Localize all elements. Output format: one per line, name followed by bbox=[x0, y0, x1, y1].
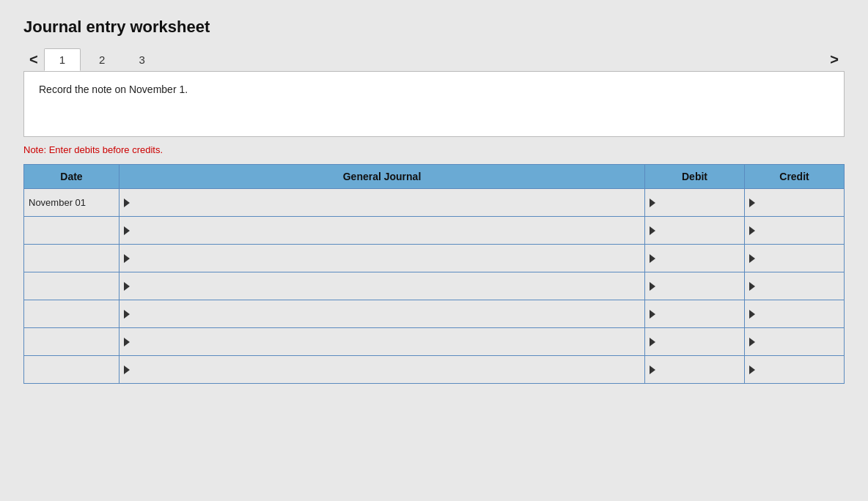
cell-arrow-icon bbox=[749, 338, 755, 346]
cell-journal[interactable] bbox=[119, 272, 645, 300]
table-row bbox=[24, 217, 845, 245]
cell-debit[interactable] bbox=[645, 189, 745, 217]
cell-arrow-icon bbox=[124, 310, 130, 319]
cell-date[interactable] bbox=[24, 272, 119, 300]
cell-journal[interactable] bbox=[119, 245, 645, 272]
header-credit: Credit bbox=[745, 165, 845, 189]
prev-arrow[interactable]: < bbox=[23, 48, 44, 71]
cell-debit[interactable] bbox=[645, 217, 745, 245]
header-date: Date bbox=[24, 165, 119, 189]
cell-arrow-icon bbox=[650, 365, 655, 374]
tab-2[interactable]: 2 bbox=[84, 48, 120, 71]
cell-debit[interactable] bbox=[645, 272, 745, 300]
cell-credit[interactable] bbox=[745, 272, 845, 300]
cell-credit[interactable] bbox=[745, 356, 845, 384]
cell-date[interactable] bbox=[24, 356, 119, 384]
cell-arrow-icon bbox=[749, 282, 755, 291]
cell-arrow-icon bbox=[650, 198, 655, 207]
journal-table: Date General Journal Debit Credit Novemb… bbox=[23, 164, 845, 384]
header-general-journal: General Journal bbox=[119, 165, 645, 189]
page-title: Journal entry worksheet bbox=[23, 18, 845, 37]
cell-arrow-icon bbox=[124, 282, 130, 291]
cell-debit[interactable] bbox=[645, 328, 745, 356]
cell-arrow-icon bbox=[749, 365, 755, 374]
cell-arrow-icon bbox=[650, 254, 655, 263]
cell-credit[interactable] bbox=[745, 245, 845, 272]
cell-date[interactable] bbox=[24, 217, 119, 245]
content-area: Record the note on November 1. bbox=[23, 71, 845, 137]
cell-arrow-icon bbox=[124, 254, 130, 263]
table-row bbox=[24, 328, 845, 356]
tabs-nav: < 1 2 3 > bbox=[23, 48, 845, 71]
cell-journal[interactable] bbox=[119, 328, 645, 356]
cell-arrow-icon bbox=[650, 226, 655, 235]
cell-debit[interactable] bbox=[645, 245, 745, 272]
cell-arrow-icon bbox=[749, 254, 755, 263]
tab-1[interactable]: 1 bbox=[44, 48, 81, 71]
cell-arrow-icon bbox=[124, 338, 130, 346]
cell-credit[interactable] bbox=[745, 328, 845, 356]
next-arrow[interactable]: > bbox=[824, 48, 845, 71]
cell-arrow-icon bbox=[749, 198, 755, 207]
cell-arrow-icon bbox=[650, 338, 655, 346]
cell-debit[interactable] bbox=[645, 300, 745, 328]
tab-3[interactable]: 3 bbox=[123, 48, 160, 71]
table-row: November 01 bbox=[24, 189, 845, 217]
cell-journal[interactable] bbox=[119, 356, 645, 384]
table-row bbox=[24, 245, 845, 272]
cell-debit[interactable] bbox=[645, 356, 745, 384]
instruction-text: Record the note on November 1. bbox=[39, 84, 829, 95]
cell-credit[interactable] bbox=[745, 300, 845, 328]
cell-credit[interactable] bbox=[745, 189, 845, 217]
table-row bbox=[24, 356, 845, 384]
cell-arrow-icon bbox=[124, 226, 130, 235]
cell-journal[interactable] bbox=[119, 217, 645, 245]
cell-date[interactable] bbox=[24, 300, 119, 328]
table-row bbox=[24, 300, 845, 328]
cell-arrow-icon bbox=[650, 310, 655, 319]
cell-arrow-icon bbox=[749, 310, 755, 319]
cell-date[interactable]: November 01 bbox=[24, 189, 119, 217]
cell-journal[interactable] bbox=[119, 300, 645, 328]
table-header-row: Date General Journal Debit Credit bbox=[24, 165, 845, 189]
cell-date[interactable] bbox=[24, 245, 119, 272]
cell-credit[interactable] bbox=[745, 217, 845, 245]
cell-date[interactable] bbox=[24, 328, 119, 356]
note-text: Note: Enter debits before credits. bbox=[23, 144, 845, 155]
cell-arrow-icon bbox=[124, 198, 130, 207]
cell-arrow-icon bbox=[749, 226, 755, 235]
cell-arrow-icon bbox=[124, 365, 130, 374]
table-row bbox=[24, 272, 845, 300]
cell-journal[interactable] bbox=[119, 189, 645, 217]
cell-arrow-icon bbox=[650, 282, 655, 291]
header-debit: Debit bbox=[645, 165, 745, 189]
